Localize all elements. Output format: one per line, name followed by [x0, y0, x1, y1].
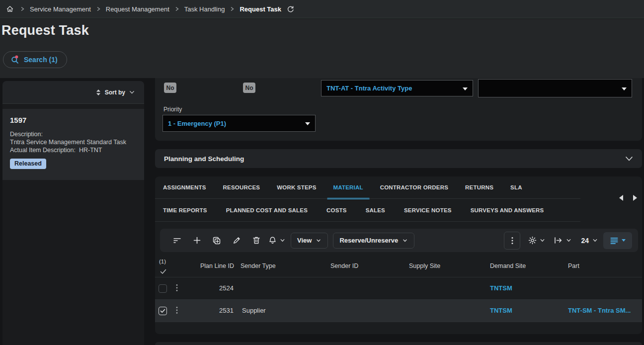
column-header-sender-id[interactable]: Sender ID	[330, 262, 358, 269]
settings-menu[interactable]	[528, 236, 546, 245]
record-list-panel: Sort by 1597 Description: Tntra Service …	[2, 81, 144, 345]
request-task-screen: Service Management Request Management Ta…	[0, 0, 644, 345]
breadcrumb-item-request-management[interactable]: Request Management	[106, 5, 169, 13]
column-header-part[interactable]: Part	[568, 262, 579, 269]
status-badge: Released	[10, 159, 46, 169]
export-icon	[554, 237, 563, 244]
breadcrumb-item-request-task[interactable]: Request Task	[240, 5, 281, 13]
tab-scroll-arrows	[619, 195, 637, 201]
tab-planned-cost-and-sales[interactable]: PLANNED COST AND SALES	[226, 199, 308, 221]
column-header-sender-type[interactable]: Sender Type	[241, 262, 276, 269]
cell-demand-site-link[interactable]: TNTSM	[490, 307, 512, 314]
chevron-right-icon	[95, 6, 101, 12]
chevron-down-icon	[402, 238, 408, 244]
reserve-unreserve-button[interactable]: Reserve/Unreserve	[333, 233, 414, 249]
reserve-unreserve-label: Reserve/Unreserve	[339, 237, 398, 244]
row-checkbox[interactable]	[159, 284, 167, 293]
tab-row-2: TIME REPORTS PLANNED COST AND SALES COST…	[155, 199, 544, 221]
record-actual-item-value: HR-TNT	[79, 147, 102, 154]
priority-value: 1 - Emergency (P1)	[168, 120, 226, 127]
record-description: Tntra Service Management Standard Task	[10, 138, 137, 146]
tab-scroll-right-icon[interactable]	[633, 195, 637, 201]
list-view-icon	[610, 237, 618, 244]
column-header-supply-site[interactable]: Supply Site	[409, 262, 440, 269]
record-actual-item-label: Actual Item Description:	[10, 147, 76, 154]
chevron-down-icon	[279, 237, 286, 244]
tab-sales[interactable]: SALES	[366, 199, 385, 221]
caret-down-icon	[463, 87, 468, 90]
add-row-icon[interactable]	[187, 233, 207, 249]
view-mode-button[interactable]	[603, 232, 632, 249]
chevron-right-icon	[174, 6, 180, 12]
caret-down-icon	[305, 122, 310, 125]
sort-icon	[95, 89, 101, 96]
tab-scroll-left-icon[interactable]	[619, 195, 623, 201]
table-row-selected[interactable]: 2531 Supplier TNTSM TNT-SM - Tntra SM...	[155, 300, 642, 322]
export-menu[interactable]	[554, 237, 572, 244]
tab-time-reports[interactable]: TIME REPORTS	[163, 199, 207, 221]
cell-plan-line-id: 2524	[197, 284, 234, 292]
material-tab-card: ASSIGNMENTS RESOURCES WORK STEPS MATERIA…	[155, 176, 642, 334]
next-section-card-edge	[155, 342, 642, 345]
record-card[interactable]: 1597 Description: Tntra Service Manageme…	[2, 109, 144, 180]
tab-material[interactable]: MATERIAL	[333, 176, 363, 198]
more-actions-button[interactable]	[504, 232, 520, 250]
activity-type-value: TNT-AT - Tntra Activity Type	[326, 85, 412, 92]
filter-icon[interactable]	[167, 233, 187, 249]
toggle-value-badge[interactable]: No	[243, 83, 255, 93]
tab-returns[interactable]: RETURNS	[465, 176, 493, 198]
secondary-select[interactable]	[478, 79, 632, 97]
rows-per-page-value: 24	[581, 237, 589, 245]
breadcrumb-item-service-management[interactable]: Service Management	[30, 5, 91, 13]
cell-part-link[interactable]: TNT-SM - Tntra SM...	[568, 307, 641, 314]
row-kebab-icon[interactable]	[176, 306, 178, 316]
search-icon	[10, 55, 20, 65]
view-button-label: View	[297, 237, 312, 244]
tab-sla[interactable]: SLA	[510, 176, 522, 198]
chevron-down-icon	[622, 239, 626, 242]
table-row[interactable]: 2524 TNTSM	[155, 277, 642, 300]
chevron-down-icon	[129, 89, 135, 95]
cell-demand-site-link[interactable]: TNTSM	[490, 284, 512, 292]
refresh-icon[interactable]	[286, 4, 295, 14]
priority-select[interactable]: 1 - Emergency (P1)	[162, 115, 316, 132]
chevron-down-icon	[592, 237, 598, 244]
rows-per-page-select[interactable]: 24	[581, 237, 598, 245]
page-title: Request Task	[1, 23, 89, 38]
tab-work-steps[interactable]: WORK STEPS	[277, 176, 316, 198]
chevron-down-icon	[316, 238, 322, 244]
selection-count: (1)	[159, 259, 166, 264]
selection-check-icon[interactable]	[160, 267, 166, 276]
search-button-label: Search (1)	[24, 56, 58, 64]
chevron-down-icon	[539, 237, 546, 244]
tab-assignments[interactable]: ASSIGNMENTS	[163, 176, 206, 198]
tab-costs[interactable]: COSTS	[326, 199, 347, 221]
search-button[interactable]: Search (1)	[3, 51, 67, 68]
row-checkbox-checked[interactable]	[159, 307, 167, 315]
planning-scheduling-section-header[interactable]: Planning and Scheduling	[155, 149, 642, 168]
column-header-plan-line-id[interactable]: Plan Line ID	[197, 262, 234, 269]
tab-surveys-and-answers[interactable]: SURVEYS AND ANSWERS	[471, 199, 544, 221]
view-button[interactable]: View	[291, 233, 328, 249]
row-kebab-icon[interactable]	[176, 284, 178, 294]
toggle-value-badge[interactable]: No	[164, 83, 176, 93]
delete-icon[interactable]	[246, 233, 266, 249]
column-header-demand-site[interactable]: Demand Site	[490, 262, 526, 269]
notifications-menu[interactable]	[268, 236, 286, 245]
chevron-down-icon	[624, 155, 634, 162]
sort-by-control[interactable]: Sort by	[2, 81, 144, 104]
activity-type-select[interactable]: TNT-AT - Tntra Activity Type	[321, 80, 473, 96]
breadcrumb-item-task-handling[interactable]: Task Handling	[184, 5, 225, 13]
tab-contractor-orders[interactable]: CONTRACTOR ORDERS	[380, 176, 448, 198]
detail-form-card: No No TNT-AT - Tntra Activity Type Prior…	[155, 78, 642, 141]
edit-icon[interactable]	[227, 233, 246, 249]
duplicate-icon[interactable]	[207, 233, 227, 249]
tab-service-notes[interactable]: SERVICE NOTES	[404, 199, 452, 221]
main-detail-area: No No TNT-AT - Tntra Activity Type Prior…	[155, 78, 642, 345]
gear-icon	[528, 236, 537, 245]
home-icon[interactable]	[5, 4, 15, 14]
chevron-right-icon	[19, 6, 25, 12]
bell-icon	[268, 236, 277, 245]
tab-resources[interactable]: RESOURCES	[223, 176, 260, 198]
sort-by-label: Sort by	[105, 89, 125, 96]
